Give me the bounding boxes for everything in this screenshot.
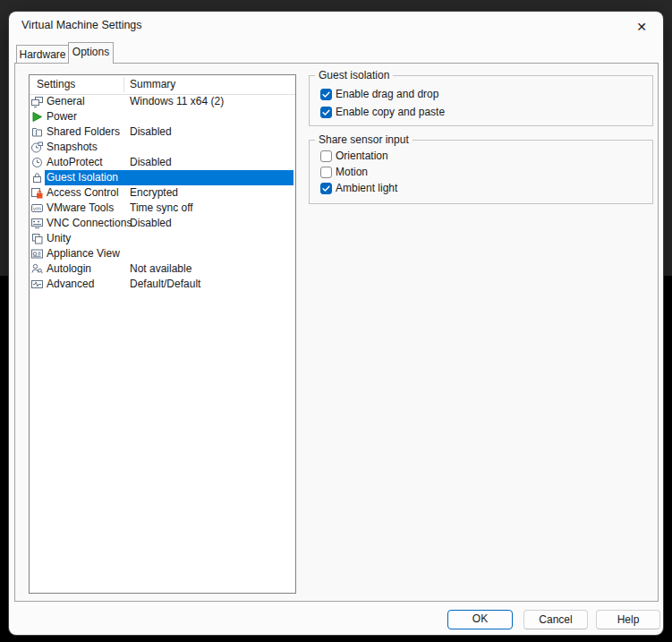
virtual-machine-settings-dialog: Virtual Machine Settings ✕ HardwareOptio…: [9, 12, 663, 635]
checkbox-row-motion[interactable]: Motion: [320, 166, 368, 178]
shared-folders-icon: [31, 126, 43, 138]
row-content: Shared FoldersDisabled: [45, 124, 293, 140]
checkbox-row-enable-copy-and-paste[interactable]: Enable copy and paste: [320, 106, 445, 118]
tab-options[interactable]: Options: [68, 42, 114, 64]
row-label: Guest Isolation: [47, 171, 118, 184]
power-icon: [31, 111, 43, 123]
row-label: Appliance View: [47, 247, 120, 260]
unchecked-checkbox-icon[interactable]: [320, 167, 332, 178]
settings-row-guest-isolation[interactable]: Guest Isolation: [30, 170, 295, 185]
help-button[interactable]: Help: [596, 610, 660, 629]
row-summary: Not available: [130, 261, 191, 277]
autologin-icon: [31, 263, 43, 275]
autoprotect-icon: [31, 157, 43, 168]
checkbox-row-ambient-light[interactable]: Ambient light: [320, 182, 397, 194]
ok-button[interactable]: OK: [447, 610, 513, 629]
row-content: Access ControlEncrypted: [45, 185, 293, 201]
settings-row-appliance-view[interactable]: Appliance View: [30, 246, 295, 261]
row-content: Unity: [45, 231, 293, 246]
settings-list: Settings Summary GeneralWindows 11 x64 (…: [29, 74, 296, 594]
row-label: VNC Connections: [47, 217, 132, 229]
row-label: Access Control: [47, 186, 119, 199]
checked-checkbox-icon[interactable]: [320, 89, 332, 100]
titlebar: Virtual Machine Settings ✕: [9, 12, 663, 42]
row-summary: Disabled: [130, 216, 172, 231]
row-label: Snapshots: [47, 141, 98, 153]
checkbox-label: Orientation: [336, 150, 388, 162]
row-content: GeneralWindows 11 x64 (2): [45, 94, 293, 109]
row-label: VMware Tools: [47, 201, 114, 214]
row-content: Power: [45, 109, 293, 124]
row-content: Appliance View: [45, 246, 293, 261]
unity-icon: [31, 233, 43, 244]
svg-text:vm: vm: [33, 205, 42, 211]
checkbox-label: Ambient light: [336, 182, 397, 194]
row-summary: Disabled: [130, 124, 172, 140]
vmware-tools-icon: vm: [31, 202, 43, 214]
row-summary: Encrypted: [130, 185, 178, 201]
tab-hardware[interactable]: Hardware: [16, 45, 69, 63]
groupbox-title: Guest isolation: [315, 69, 393, 81]
vnc-connections-icon: [31, 218, 43, 229]
options-tab-page: Settings Summary GeneralWindows 11 x64 (…: [14, 63, 659, 602]
settings-row-advanced[interactable]: AdvancedDefault/Default: [30, 277, 295, 292]
row-content: AdvancedDefault/Default: [45, 277, 293, 292]
row-content: VNC ConnectionsDisabled: [45, 216, 293, 231]
settings-row-power[interactable]: Power: [30, 109, 295, 124]
row-label: Advanced: [47, 278, 94, 290]
column-header-settings: Settings: [37, 78, 75, 90]
row-content: VMware ToolsTime sync off: [45, 201, 293, 216]
row-content: Snapshots: [45, 140, 293, 155]
row-label: General: [47, 95, 85, 107]
row-label: Power: [47, 110, 77, 123]
row-label: Shared Folders: [47, 125, 120, 138]
checkbox-row-orientation[interactable]: Orientation: [320, 150, 388, 162]
row-label: AutoProtect: [47, 156, 103, 168]
settings-row-general[interactable]: GeneralWindows 11 x64 (2): [30, 94, 295, 109]
unchecked-checkbox-icon[interactable]: [320, 150, 332, 162]
settings-row-vnc-connections[interactable]: VNC ConnectionsDisabled: [30, 216, 295, 231]
settings-row-autologin[interactable]: AutologinNot available: [30, 261, 295, 277]
row-summary: Time sync off: [130, 201, 193, 216]
settings-rows: GeneralWindows 11 x64 (2)PowerShared Fol…: [30, 94, 295, 593]
row-content: AutoProtectDisabled: [45, 155, 293, 170]
advanced-icon: [31, 278, 43, 290]
dialog-title: Virtual Machine Settings: [21, 19, 142, 31]
groupbox-share-sensor-input: Share sensor inputOrientationMotionAmbie…: [309, 140, 653, 204]
settings-row-access-control[interactable]: Access ControlEncrypted: [30, 185, 295, 201]
guest-isolation-icon: [31, 172, 43, 184]
settings-row-autoprotect[interactable]: AutoProtectDisabled: [30, 155, 295, 170]
row-content: Guest Isolation: [45, 170, 293, 185]
settings-row-vmware-tools[interactable]: vmVMware ToolsTime sync off: [30, 201, 295, 216]
groupbox-guest-isolation: Guest isolationEnable drag and dropEnabl…: [309, 75, 653, 126]
settings-row-shared-folders[interactable]: Shared FoldersDisabled: [30, 124, 295, 140]
checked-checkbox-icon[interactable]: [320, 183, 332, 194]
row-summary: Disabled: [130, 155, 172, 170]
access-control-icon: [31, 187, 43, 199]
checkbox-label: Motion: [336, 166, 368, 178]
row-content: AutologinNot available: [45, 261, 293, 277]
column-header-summary: Summary: [130, 78, 175, 90]
settings-row-unity[interactable]: Unity: [30, 231, 295, 246]
groupbox-title: Share sensor input: [315, 133, 413, 146]
checked-checkbox-icon[interactable]: [320, 107, 332, 118]
checkbox-row-enable-drag-and-drop[interactable]: Enable drag and drop: [320, 88, 438, 100]
checkbox-label: Enable drag and drop: [336, 88, 438, 100]
row-summary: Windows 11 x64 (2): [130, 94, 224, 109]
settings-row-snapshots[interactable]: Snapshots: [30, 140, 295, 155]
row-label: Unity: [47, 232, 71, 244]
row-summary: Default/Default: [130, 277, 200, 292]
general-icon: [31, 96, 43, 107]
checkbox-label: Enable copy and paste: [336, 106, 445, 118]
snapshots-icon: [31, 141, 43, 153]
row-label: Autologin: [47, 262, 91, 275]
appliance-view-icon: [31, 248, 43, 260]
column-separator: [123, 77, 124, 92]
cancel-button[interactable]: Cancel: [523, 610, 588, 629]
close-icon[interactable]: ✕: [629, 15, 654, 39]
settings-list-header: Settings Summary: [30, 75, 295, 95]
